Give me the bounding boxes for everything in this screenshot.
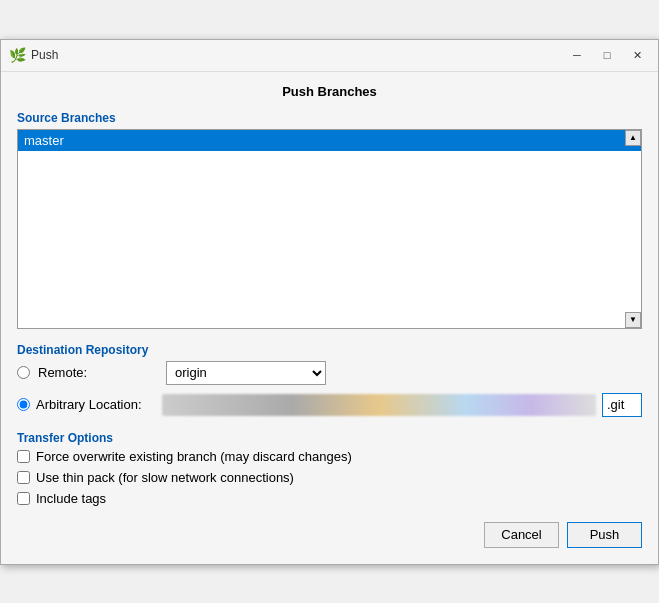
thin-pack-label: Use thin pack (for slow network connecti… — [36, 470, 294, 485]
app-icon: 🌿 — [9, 47, 25, 63]
include-tags-label: Include tags — [36, 491, 106, 506]
source-branches-label: Source Branches — [17, 111, 642, 125]
close-button[interactable]: ✕ — [624, 45, 650, 65]
transfer-options-label: Transfer Options — [17, 431, 642, 445]
include-tags-checkbox[interactable] — [17, 492, 30, 505]
list-item[interactable]: master — [18, 130, 641, 151]
dialog-title: Push Branches — [17, 84, 642, 99]
transfer-options-section: Transfer Options Force overwrite existin… — [17, 431, 642, 506]
remote-radio[interactable] — [17, 366, 30, 379]
cancel-button[interactable]: Cancel — [484, 522, 559, 548]
title-bar-left: 🌿 Push — [9, 47, 58, 63]
remote-label: Remote: — [38, 365, 158, 380]
push-window: 🌿 Push ─ □ ✕ Push Branches Source Branch… — [0, 39, 659, 565]
thin-pack-checkbox[interactable] — [17, 471, 30, 484]
arbitrary-input[interactable] — [602, 393, 642, 417]
remote-row: Remote: origin upstream — [17, 361, 642, 385]
force-overwrite-checkbox[interactable] — [17, 450, 30, 463]
source-branches-list: master ▲ ▼ — [17, 129, 642, 329]
blurred-path-area — [162, 394, 596, 416]
title-bar: 🌿 Push ─ □ ✕ — [1, 40, 658, 72]
dialog-content: Push Branches Source Branches master ▲ ▼… — [1, 72, 658, 564]
destination-repository-label: Destination Repository — [17, 343, 642, 357]
title-bar-controls: ─ □ ✕ — [564, 45, 650, 65]
arbitrary-row: Arbitrary Location: — [17, 393, 642, 417]
force-overwrite-row: Force overwrite existing branch (may dis… — [17, 449, 642, 464]
maximize-button[interactable]: □ — [594, 45, 620, 65]
force-overwrite-label: Force overwrite existing branch (may dis… — [36, 449, 352, 464]
arbitrary-label: Arbitrary Location: — [36, 397, 156, 412]
destination-repository-section: Destination Repository Remote: origin up… — [17, 343, 642, 417]
button-row: Cancel Push — [17, 522, 642, 552]
scrollbar-down[interactable]: ▼ — [625, 312, 641, 328]
push-button[interactable]: Push — [567, 522, 642, 548]
window-title: Push — [31, 48, 58, 62]
include-tags-row: Include tags — [17, 491, 642, 506]
arbitrary-radio[interactable] — [17, 398, 30, 411]
remote-dropdown[interactable]: origin upstream — [166, 361, 326, 385]
scrollbar-up[interactable]: ▲ — [625, 130, 641, 146]
minimize-button[interactable]: ─ — [564, 45, 590, 65]
thin-pack-row: Use thin pack (for slow network connecti… — [17, 470, 642, 485]
